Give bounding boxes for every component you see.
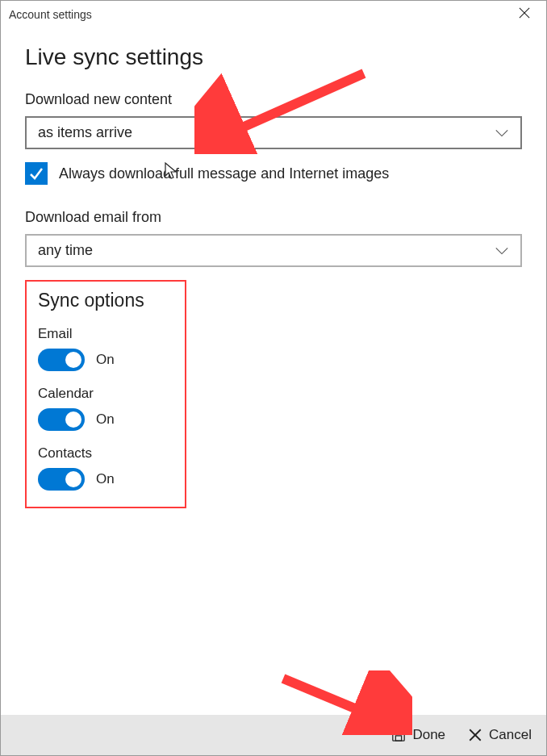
sync-contacts-toggle[interactable] (38, 468, 85, 491)
download-from-select[interactable]: any time (25, 234, 522, 267)
page-heading: Live sync settings (25, 44, 522, 70)
save-icon (391, 728, 406, 742)
download-content-select[interactable]: as items arrive (25, 116, 522, 149)
cancel-label: Cancel (489, 727, 532, 743)
done-label: Done (412, 727, 445, 743)
sync-options-section: Sync options Email On Calendar On Contac… (25, 280, 186, 508)
window-title: Account settings (9, 8, 92, 21)
titlebar: Account settings (1, 1, 546, 28)
checkmark-icon (28, 165, 44, 182)
sync-contacts-label: Contacts (38, 445, 173, 462)
sync-calendar-label: Calendar (38, 386, 173, 402)
content-area: Live sync settings Download new content … (1, 28, 546, 508)
close-icon (519, 7, 530, 19)
full-message-checkbox[interactable] (25, 162, 48, 185)
svg-rect-4 (396, 736, 402, 741)
sync-options-heading: Sync options (38, 290, 173, 311)
sync-calendar-state: On (96, 411, 115, 428)
sync-calendar-group: Calendar On (38, 386, 173, 431)
full-message-label: Always download full message and Interne… (59, 165, 389, 182)
download-content-label: Download new content (25, 91, 522, 108)
close-button[interactable] (512, 6, 537, 23)
cancel-button[interactable]: Cancel (468, 727, 532, 743)
done-button[interactable]: Done (391, 727, 445, 743)
close-icon (468, 728, 482, 742)
download-from-label: Download email from (25, 209, 522, 226)
sync-contacts-group: Contacts On (38, 445, 173, 491)
sync-email-label: Email (38, 326, 173, 342)
full-message-checkbox-row: Always download full message and Interne… (25, 162, 522, 185)
chevron-down-icon (495, 246, 509, 256)
chevron-down-icon (495, 128, 509, 138)
svg-rect-3 (395, 729, 403, 733)
sync-email-toggle[interactable] (38, 349, 85, 371)
sync-calendar-toggle[interactable] (38, 408, 85, 431)
footer-bar: Done Cancel (1, 715, 546, 755)
download-content-value: as items arrive (38, 124, 132, 141)
sync-contacts-state: On (96, 471, 115, 487)
svg-line-8 (283, 679, 380, 719)
download-from-value: any time (38, 242, 93, 259)
sync-email-state: On (96, 352, 115, 368)
sync-email-group: Email On (38, 326, 173, 371)
